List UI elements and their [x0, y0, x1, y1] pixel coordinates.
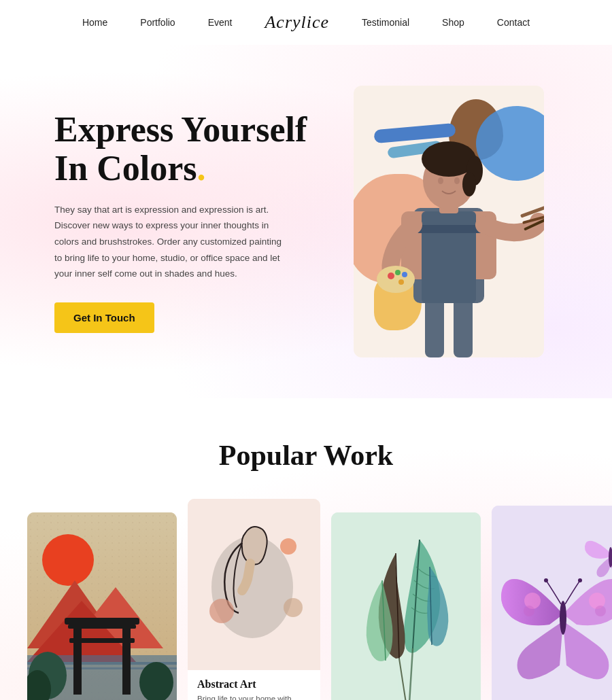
- hero-description: They say that art is expression and expr…: [54, 202, 286, 282]
- abstract-art-title: Abstract Art: [197, 678, 311, 690]
- svg-rect-32: [65, 618, 139, 625]
- artist-figure: [354, 86, 544, 357]
- svg-rect-45: [331, 512, 481, 700]
- svg-point-53: [560, 601, 566, 635]
- svg-point-20: [402, 272, 407, 277]
- svg-rect-35: [122, 627, 131, 695]
- hero-artist-card: [354, 86, 544, 357]
- hero-title: Express Yourself In Colors.: [54, 110, 307, 188]
- abstract-art-desc: Bring life to your home with personalize…: [197, 693, 311, 700]
- svg-point-21: [398, 279, 404, 285]
- svg-point-43: [209, 599, 234, 623]
- svg-point-44: [284, 598, 303, 617]
- nav-testimonial[interactable]: Testimonial: [362, 17, 409, 28]
- popular-work-title: Popular Work: [27, 439, 585, 472]
- brand-logo: Acrylice: [265, 12, 329, 33]
- artwork-feathers[interactable]: [331, 512, 481, 700]
- svg-point-18: [388, 273, 394, 279]
- hero-section: Express Yourself In Colors. They say tha…: [0, 45, 612, 398]
- nav-contact[interactable]: Contact: [497, 17, 530, 28]
- hero-image-area: [354, 86, 558, 371]
- artworks-grid: Abstract Art Bring life to your home wit…: [27, 499, 585, 700]
- nav-event[interactable]: Event: [208, 17, 233, 28]
- svg-point-12: [438, 177, 443, 184]
- nav-portfolio[interactable]: Portfolio: [140, 17, 175, 28]
- svg-point-25: [42, 534, 94, 586]
- svg-point-17: [377, 266, 415, 293]
- nav-shop[interactable]: Shop: [442, 17, 464, 28]
- artwork-torii[interactable]: [27, 512, 177, 700]
- artwork-butterfly[interactable]: [492, 506, 612, 700]
- svg-point-50: [524, 606, 534, 616]
- navigation: Home Portfolio Event Acrylice Testimonia…: [0, 0, 612, 45]
- abstract-artwork-svg: [188, 499, 320, 648]
- svg-point-52: [595, 606, 606, 616]
- svg-point-54: [544, 578, 548, 582]
- nav-home[interactable]: Home: [82, 17, 107, 28]
- svg-point-55: [578, 578, 582, 582]
- get-in-touch-button[interactable]: Get In Touch: [54, 302, 154, 333]
- svg-rect-34: [73, 627, 82, 695]
- svg-rect-36: [69, 638, 135, 643]
- svg-point-13: [454, 177, 460, 184]
- butterfly-artwork-svg: [492, 506, 612, 700]
- svg-point-42: [280, 538, 296, 555]
- hero-content: Express Yourself In Colors. They say tha…: [54, 110, 307, 333]
- svg-point-19: [395, 270, 401, 275]
- torii-artwork-svg: [27, 512, 177, 700]
- svg-point-11: [462, 172, 476, 196]
- feathers-artwork-svg: [331, 512, 481, 700]
- popular-work-section: Popular Work: [0, 398, 612, 700]
- artwork-abstract[interactable]: Abstract Art Bring life to your home wit…: [188, 499, 320, 700]
- abstract-art-label: Abstract Art Bring life to your home wit…: [188, 670, 320, 700]
